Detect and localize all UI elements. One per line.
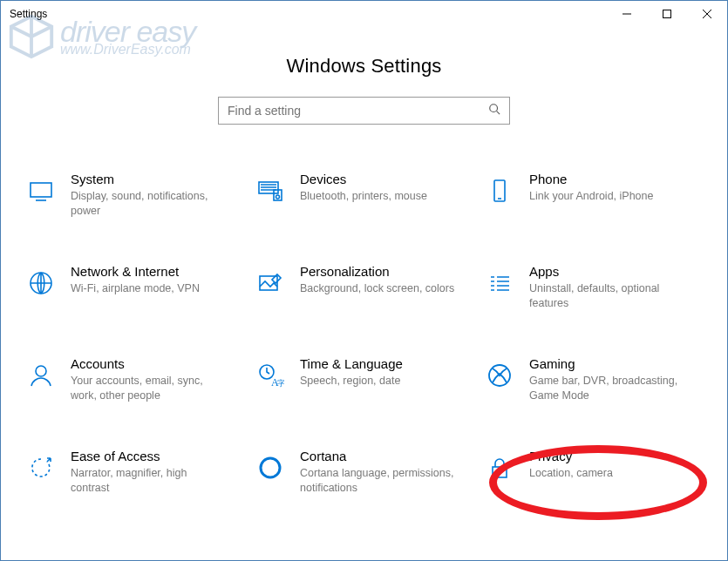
tile-title: Ease of Access	[71, 449, 228, 463]
titlebar: Settings	[1, 1, 727, 27]
tile-title: Privacy	[529, 449, 613, 463]
tile-title: Personalization	[300, 264, 454, 279]
globe-icon	[24, 266, 58, 301]
tile-apps[interactable]: Apps Uninstall, defaults, optional featu…	[482, 264, 704, 316]
close-icon	[703, 10, 711, 18]
tile-time-language[interactable]: A字 Time & Language Speech, region, date	[253, 356, 475, 409]
search-icon[interactable]	[488, 103, 500, 118]
tile-desc: Wi-Fi, airplane mode, VPN	[71, 281, 200, 296]
tile-desc: Background, lock screen, colors	[300, 281, 454, 296]
apps-icon	[482, 266, 517, 301]
search-container	[1, 97, 727, 125]
tile-gaming[interactable]: Gaming Game bar, DVR, broadcasting, Game…	[482, 356, 704, 409]
tile-desc: Game bar, DVR, broadcasting, Game Mode	[529, 374, 686, 403]
maximize-icon	[663, 10, 671, 18]
tile-desc: Display, sound, notifications, power	[71, 189, 228, 219]
maximize-button[interactable]	[647, 1, 687, 27]
xbox-icon	[482, 358, 517, 393]
tile-title: Time & Language	[300, 356, 403, 371]
svg-text:字: 字	[277, 379, 284, 388]
tile-title: Network & Internet	[71, 264, 200, 279]
tile-desc: Bluetooth, printers, mouse	[300, 189, 427, 204]
tile-desc: Narrator, magnifier, high contrast	[71, 466, 228, 496]
minimize-icon	[623, 10, 631, 18]
svg-rect-0	[663, 10, 671, 18]
tile-system[interactable]: System Display, sound, notifications, po…	[24, 172, 246, 224]
tile-title: Cortana	[300, 449, 457, 463]
tile-devices[interactable]: Devices Bluetooth, printers, mouse	[253, 172, 475, 224]
tile-network[interactable]: Network & Internet Wi-Fi, airplane mode,…	[24, 264, 246, 316]
phone-icon	[482, 173, 517, 208]
cortana-icon	[253, 450, 288, 485]
tile-desc: Link your Android, iPhone	[529, 189, 653, 204]
svg-rect-2	[31, 183, 51, 197]
system-icon	[24, 173, 58, 208]
svg-rect-15	[493, 467, 507, 477]
svg-point-14	[261, 458, 280, 477]
window-title: Settings	[10, 8, 47, 20]
page-title: Windows Settings	[1, 55, 727, 78]
minimize-button[interactable]	[607, 1, 647, 27]
tile-desc: Location, camera	[529, 466, 613, 481]
tile-cortana[interactable]: Cortana Cortana language, permissions, n…	[253, 449, 475, 501]
tile-title: Devices	[300, 172, 427, 186]
close-button[interactable]	[687, 1, 727, 27]
svg-point-1	[490, 105, 498, 112]
tile-desc: Your accounts, email, sync, work, other …	[71, 374, 228, 403]
tile-title: Phone	[529, 172, 653, 186]
tile-ease-of-access[interactable]: Ease of Access Narrator, magnifier, high…	[24, 449, 246, 501]
tile-privacy[interactable]: Privacy Location, camera	[482, 449, 704, 501]
ease-of-access-icon	[24, 450, 58, 485]
tile-title: Accounts	[71, 356, 228, 371]
svg-point-9	[36, 366, 46, 376]
svg-point-5	[276, 195, 280, 199]
lock-icon	[482, 450, 517, 485]
search-box[interactable]	[218, 97, 510, 125]
window-controls	[607, 1, 727, 27]
tile-title: Gaming	[529, 356, 686, 371]
tile-title: System	[71, 172, 228, 186]
tile-accounts[interactable]: Accounts Your accounts, email, sync, wor…	[24, 356, 246, 409]
time-language-icon: A字	[253, 358, 288, 393]
settings-tiles: System Display, sound, notifications, po…	[1, 125, 727, 501]
tile-desc: Cortana language, permissions, notificat…	[300, 466, 457, 496]
paint-icon	[253, 266, 288, 301]
person-icon	[24, 358, 58, 393]
search-input[interactable]	[228, 104, 488, 118]
devices-icon	[253, 173, 288, 208]
tile-title: Apps	[529, 264, 686, 279]
tile-desc: Speech, region, date	[300, 374, 403, 389]
tile-personalization[interactable]: Personalization Background, lock screen,…	[253, 264, 475, 316]
tile-desc: Uninstall, defaults, optional features	[529, 281, 686, 311]
tile-phone[interactable]: Phone Link your Android, iPhone	[482, 172, 704, 224]
